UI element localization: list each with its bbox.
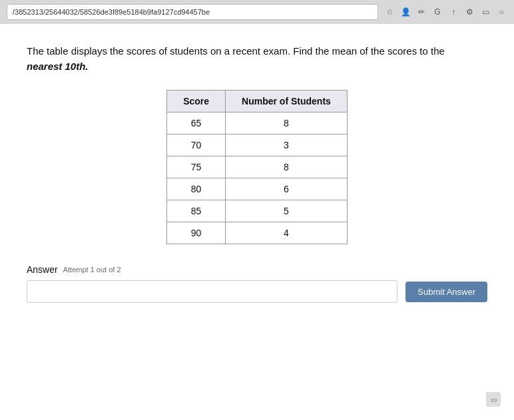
cast-icon[interactable]: ▭ [479,6,491,18]
problem-text-line2: nearest 10th. [27,61,89,72]
browser-bar: /3852313/25644032/58526de3f89e5184b9fa91… [0,0,514,24]
score-cell: 75 [167,156,226,178]
problem-text-line1: The table displays the scores of student… [27,45,445,57]
corner-icon[interactable]: ▭ [486,392,501,407]
students-cell: 5 [226,200,348,222]
submit-button[interactable]: Submit Answer [405,282,487,302]
main-content: The table displays the scores of student… [0,24,514,420]
students-cell: 3 [226,134,348,156]
circle-icon[interactable]: ○ [495,6,507,18]
url-text: /3852313/25644032/58526de3f89e5184b9fa91… [13,8,210,16]
table-container: Score Number of Students 658703758806855… [27,90,487,244]
edit-icon[interactable]: ✏ [415,6,427,18]
students-cell: 4 [226,222,348,244]
problem-text: The table displays the scores of student… [27,44,487,74]
students-cell: 6 [226,178,348,200]
attempt-text: Attempt 1 out of 2 [63,266,121,274]
score-cell: 65 [167,112,226,134]
score-cell: 85 [167,200,226,222]
browser-icons: ☆ 👤 ✏ G ↑ ⚙ ▭ ○ [384,6,507,18]
score-cell: 80 [167,178,226,200]
answer-input[interactable] [27,280,397,303]
score-table: Score Number of Students 658703758806855… [166,90,348,244]
table-row: 703 [167,134,348,156]
table-row: 758 [167,156,348,178]
star-icon[interactable]: ☆ [384,6,395,18]
table-row: 855 [167,200,348,222]
url-bar[interactable]: /3852313/25644032/58526de3f89e5184b9fa91… [7,4,378,20]
answer-label-text: Answer [27,264,58,275]
table-row: 904 [167,222,348,244]
answer-row: Submit Answer [27,280,487,303]
answer-label-row: Answer Attempt 1 out of 2 [27,264,487,275]
col-header-students: Number of Students [226,91,348,112]
settings-icon[interactable]: ⚙ [463,6,475,18]
bookmark-icon[interactable]: ↑ [447,6,459,18]
person-icon[interactable]: 👤 [399,6,411,18]
g-icon[interactable]: G [431,6,443,18]
score-cell: 90 [167,222,226,244]
students-cell: 8 [226,156,348,178]
table-row: 658 [167,112,348,134]
score-cell: 70 [167,134,226,156]
students-cell: 8 [226,112,348,134]
answer-section: Answer Attempt 1 out of 2 Submit Answer [27,264,487,303]
col-header-score: Score [167,91,226,112]
table-row: 806 [167,178,348,200]
